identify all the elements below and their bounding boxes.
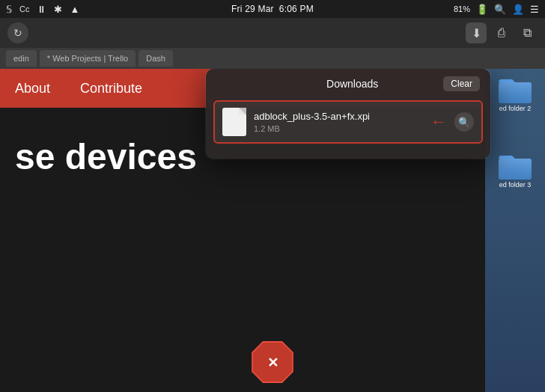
tab-label-1: * Web Projects | Trello (47, 54, 128, 63)
file-icon (222, 108, 246, 136)
magnify-icon: 🔍 (458, 117, 470, 128)
tab-label-2: Dash (146, 54, 165, 63)
svg-rect-3 (499, 82, 532, 103)
hero-title: se devices (15, 138, 197, 177)
folder-icon-2 (499, 153, 532, 180)
downloads-popup: Downloads Clear adblock_plus-3.5-an+fx.x… (206, 69, 490, 159)
menu-bar-left: 𝕊 Cc ⏸ ✱ ▲ (6, 4, 79, 15)
tab-bar: edin * Web Projects | Trello Dash (0, 48, 545, 69)
refresh-button[interactable]: ↻ (7, 22, 28, 43)
tabs-button[interactable]: ⧉ (517, 22, 538, 43)
site-nav-about[interactable]: About (15, 81, 50, 97)
tab-2[interactable]: Dash (138, 50, 173, 67)
browser-toolbar: ↻ ⬇ ⎙ ⧉ (0, 18, 545, 48)
magnify-button[interactable]: 🔍 (454, 112, 474, 132)
hero-title-text: se devices (15, 137, 197, 177)
date-text: Fri 29 Mar (231, 4, 274, 14)
download-size: 1.2 MB (254, 124, 423, 133)
menu-bar-right: 81% 🔋 🔍 👤 ☰ (454, 4, 539, 15)
download-button[interactable]: ⬇ (466, 22, 487, 43)
download-item-0[interactable]: adblock_plus-3.5-an+fx.xpi 1.2 MB ← 🔍 (213, 100, 483, 144)
folder-item-1[interactable]: ed folder 2 (490, 76, 541, 114)
tabs-icon: ⧉ (523, 26, 532, 40)
browser-content: About Contribute se devices ✕ (0, 69, 545, 392)
share-button[interactable]: ⎙ (491, 22, 512, 43)
finder-sidebar: ed folder 2 ed folder 3 (485, 69, 545, 392)
site-nav-contribute[interactable]: Contribute (80, 81, 142, 97)
pause-icon: ⏸ (37, 4, 46, 15)
refresh-icon: ↻ (13, 27, 22, 39)
battery-percent: 81% (454, 4, 470, 13)
time-text: 6:06 PM (279, 4, 314, 14)
share-icon: ⎙ (498, 26, 505, 40)
svg-text:✕: ✕ (267, 355, 278, 370)
tab-0[interactable]: edin (6, 50, 37, 67)
toolbar-right-buttons: ⬇ ⎙ ⧉ (466, 22, 538, 43)
downloads-title: Downloads (261, 78, 443, 90)
svg-rect-5 (499, 159, 532, 180)
download-arrow-icon: ← (430, 112, 447, 132)
tab-label-0: edin (13, 54, 29, 63)
folder-label-1: ed folder 2 (499, 105, 532, 113)
tab-1[interactable]: * Web Projects | Trello (40, 50, 136, 67)
skype-icon: 𝕊 (6, 4, 12, 15)
clear-button[interactable]: Clear (443, 76, 480, 91)
download-icon: ⬇ (472, 26, 481, 40)
wifi-icon: ▲ (70, 4, 79, 15)
battery-icon: 🔋 (476, 4, 488, 15)
adobe-cc-icon: Cc (19, 4, 29, 13)
folder-label-2: ed folder 3 (499, 182, 532, 189)
user-icon[interactable]: 👤 (512, 4, 524, 15)
folder-item-2[interactable]: ed folder 3 (490, 153, 541, 190)
download-info: adblock_plus-3.5-an+fx.xpi 1.2 MB (254, 111, 423, 134)
stop-sign-icon: ✕ (250, 340, 295, 385)
menu-bar-datetime: Fri 29 Mar 6:06 PM (231, 4, 314, 14)
menu-bar: 𝕊 Cc ⏸ ✱ ▲ Fri 29 Mar 6:06 PM 81% 🔋 🔍 👤 … (0, 0, 545, 18)
search-menu-icon[interactable]: 🔍 (494, 4, 506, 15)
bluetooth-icon: ✱ (54, 4, 62, 15)
hamburger-icon[interactable]: ☰ (530, 4, 539, 15)
downloads-header: Downloads Clear (206, 69, 490, 97)
download-filename: adblock_plus-3.5-an+fx.xpi (254, 111, 423, 123)
folder-icon-1 (499, 76, 532, 103)
